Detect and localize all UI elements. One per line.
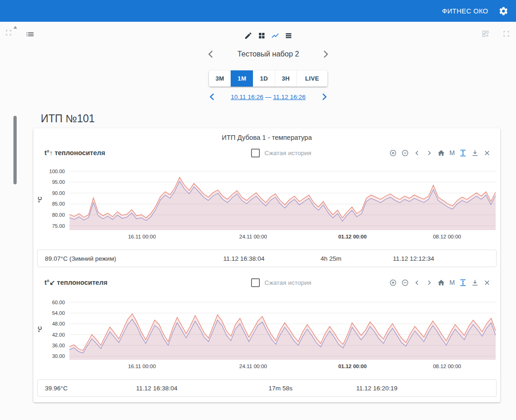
y-tick-label: 85.00 <box>52 201 65 207</box>
chart-header: t°↙ теплоносителя Сжатая история M <box>33 276 500 289</box>
x-tick-label: 08.12 00:00 <box>433 364 461 369</box>
x-tick-label: 24.11 00:00 <box>239 234 267 239</box>
chart-card: ИТП Дубова 1 - температура t°↑ теплоноси… <box>33 128 500 402</box>
x-axis-ticks: 16.11 00:0024.11 00:0001.12 00:0008.12 0… <box>69 234 496 242</box>
checkbox[interactable] <box>251 149 260 157</box>
card-title: ИТП Дубова 1 - температура <box>33 134 500 141</box>
range-selector: 3M 1M 1D 3H LIVE <box>209 70 327 87</box>
y-tick-label: 75.00 <box>52 223 65 229</box>
edit-icon[interactable] <box>244 31 252 40</box>
close-icon[interactable] <box>483 149 491 157</box>
prev-period-button[interactable] <box>207 91 218 102</box>
x-axis-ticks: 16.11 00:0024.11 00:0001.12 00:0008.12 0… <box>69 364 496 372</box>
layout-actions <box>481 30 510 38</box>
y-tick-label: 80.00 <box>52 212 65 218</box>
app-bar: ФИТНЕС ОКО <box>0 0 516 22</box>
y-tick-label: 54.00 <box>52 310 65 316</box>
footer-cell-duration: 4h 25m <box>276 255 386 262</box>
home-icon[interactable] <box>437 149 445 157</box>
range-button-1d[interactable]: 1D <box>253 70 275 87</box>
settings-gear-icon[interactable] <box>498 6 509 16</box>
x-tick-label: 01.12 00:00 <box>338 234 366 239</box>
chart-header: t°↑ теплоносителя Сжатая история M <box>33 146 500 160</box>
y-tick-label: 95.00 <box>52 179 65 185</box>
dataset-nav: Тестовый набор 2 <box>20 48 516 60</box>
x-tick-label: 01.12 00:00 <box>338 364 366 369</box>
checkbox-label: Сжатая история <box>264 150 311 157</box>
pan-right-icon[interactable] <box>425 279 433 287</box>
x-tick-label: 08.12 00:00 <box>433 234 461 239</box>
chart-title: t°↑ теплоносителя <box>44 149 251 157</box>
period-from-link[interactable]: 10.11 16:26 <box>231 94 263 100</box>
fullscreen-icon[interactable] <box>502 30 510 38</box>
fit-vertical-icon[interactable] <box>459 279 467 287</box>
footer-cell-timestamp: 11.12 16:38:04 <box>102 385 212 392</box>
next-period-button[interactable] <box>319 91 330 102</box>
pan-left-icon[interactable] <box>413 149 421 157</box>
checkbox-label: Сжатая история <box>264 279 311 286</box>
y-tick-label: 36.00 <box>52 343 65 348</box>
plot-area[interactable] <box>69 299 496 360</box>
chart-view-icon[interactable] <box>271 31 279 40</box>
chart-toolbar: M <box>311 149 491 157</box>
grid-view-icon[interactable] <box>258 31 266 40</box>
chart-section-supply-temp: t°↑ теплоносителя Сжатая история M °C 10… <box>33 146 500 267</box>
y-tick-label: 60.00 <box>52 300 65 305</box>
footer-cell-duration: 17m 58s <box>212 385 349 392</box>
scale-mode-button[interactable]: M <box>449 149 455 157</box>
home-icon[interactable] <box>437 279 445 287</box>
footer-cell-event-time: 11.12 16:20:19 <box>349 385 404 392</box>
chart-title: t°↙ теплоносителя <box>44 279 251 286</box>
fit-vertical-icon[interactable] <box>459 149 467 157</box>
group-title: ИТП №101 <box>41 113 95 125</box>
brand-title: ФИТНЕС ОКО <box>442 7 488 15</box>
footer-cell-event-time: 11.12 12:12:34 <box>386 255 441 262</box>
dashboard-add-icon[interactable] <box>481 30 490 38</box>
y-tick-label: 30.00 <box>52 353 65 359</box>
y-axis-label: °C <box>37 326 43 332</box>
chart-toolbar: M <box>311 279 491 287</box>
close-icon[interactable] <box>483 279 491 287</box>
chart-section-return-temp: t°↙ теплоносителя Сжатая история M °C 60… <box>33 276 500 397</box>
list-view-icon[interactable] <box>284 31 293 40</box>
range-button-3h[interactable]: 3H <box>275 70 296 87</box>
compressed-history-toggle[interactable]: Сжатая история <box>251 278 311 287</box>
footer-cell-value: 89.07°C (Зимний режим) <box>38 255 212 262</box>
scrollbar-thumb[interactable] <box>13 116 17 184</box>
zoom-out-icon[interactable] <box>401 279 409 287</box>
period-to-link[interactable]: 11.12 16:26 <box>273 94 306 100</box>
scale-mode-button[interactable]: M <box>449 279 455 287</box>
checkbox[interactable] <box>251 278 260 287</box>
next-set-button[interactable] <box>320 48 332 60</box>
download-icon[interactable] <box>471 149 479 157</box>
pan-right-icon[interactable] <box>425 149 433 157</box>
y-axis-ticks: 60.0054.0048.0042.0036.0030.00 <box>45 299 69 360</box>
range-button-3m[interactable]: 3M <box>209 70 231 87</box>
vertical-scrollbar[interactable] <box>13 23 18 420</box>
footer-cell-value: 39.96°C <box>38 385 102 392</box>
compressed-history-toggle[interactable]: Сжатая история <box>251 149 311 157</box>
y-axis-label: °C <box>37 197 43 203</box>
pan-left-icon[interactable] <box>413 279 421 287</box>
scroll-up-icon[interactable] <box>13 26 17 29</box>
zoom-in-icon[interactable] <box>389 279 397 287</box>
x-tick-label: 16.11 00:00 <box>128 234 156 239</box>
y-axis-ticks: 100.0095.0090.0085.0080.0075.00 <box>45 169 69 230</box>
chart-footer-table: 39.96°C 11.12 16:38:04 17m 58s 11.12 16:… <box>37 379 497 397</box>
zoom-in-icon[interactable] <box>389 149 397 157</box>
download-icon[interactable] <box>471 279 479 287</box>
period-dash: — <box>265 94 271 100</box>
fullscreen-icon[interactable] <box>5 29 13 37</box>
prev-set-button[interactable] <box>205 48 217 60</box>
range-button-1m[interactable]: 1M <box>231 70 253 87</box>
period-nav: 10.11 16:26 — 11.12 16:26 <box>20 91 516 102</box>
footer-cell-timestamp: 11.12 16:38:04 <box>212 255 276 262</box>
y-tick-label: 42.00 <box>52 332 65 338</box>
y-tick-label: 100.00 <box>49 169 65 174</box>
dataset-title: Тестовый набор 2 <box>237 50 299 58</box>
range-selector-row: 3M 1M 1D 3H LIVE <box>20 70 516 87</box>
zoom-out-icon[interactable] <box>401 149 409 157</box>
x-tick-label: 24.11 00:00 <box>239 364 267 369</box>
range-button-live[interactable]: LIVE <box>296 70 327 87</box>
plot-area[interactable] <box>69 169 496 230</box>
